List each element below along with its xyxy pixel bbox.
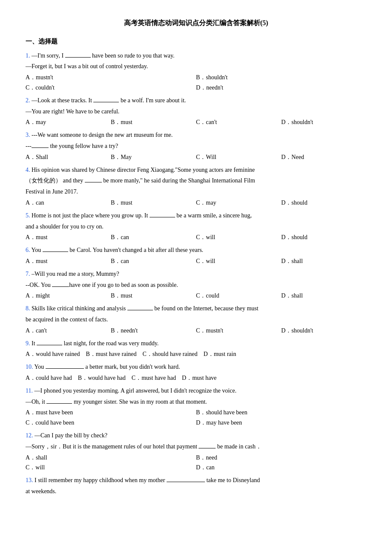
q8-optD: D．shouldn't [281, 326, 366, 336]
question-5: 5. Home is not just the place where you … [26, 211, 366, 243]
q7-optD: D．shall [281, 291, 366, 301]
q12-optB: B．need [196, 453, 366, 463]
q3-optD: D．Need [281, 152, 366, 162]
q3-optC: C．Will [196, 152, 281, 162]
q2-optD: D．shouldn't [281, 117, 366, 127]
q2-num: 2. [26, 97, 30, 104]
q1-num: 1. [26, 52, 30, 59]
q4-optD: D．should [281, 198, 366, 208]
question-3: 3. ---We want someone to design the new … [26, 130, 366, 162]
question-10: 10. You a better mark, but you didn't wo… [26, 362, 366, 383]
question-12: 12. —Can I pay the bill by check? —Sorry… [26, 431, 366, 473]
page-title: 高考英语情态动词知识点分类汇编含答案解析(5) [26, 17, 366, 29]
q4-num: 4. [26, 167, 30, 173]
q5-optA: A．must [26, 232, 111, 243]
q11-optB: B．should have been [196, 408, 366, 418]
q8-num: 8. [26, 305, 30, 312]
question-6: 6. You be Carol. You haven't changed a b… [26, 245, 366, 266]
q12-optC: C．will [26, 462, 196, 473]
q5-optC: C．will [196, 232, 281, 243]
q6-num: 6. [26, 247, 30, 253]
q7-optA: A．might [26, 291, 111, 301]
question-11: 11. —I phoned you yesterday morning. A g… [26, 386, 366, 428]
q8-optC: C．mustn't [196, 326, 281, 336]
q12-optA: A．shall [26, 453, 196, 463]
q1-optD: D．needn't [196, 83, 366, 93]
q4-optA: A．can [26, 198, 111, 208]
question-4: 4. His opinion was shared by Chinese dir… [26, 165, 366, 208]
q8-optA: A．can't [26, 326, 111, 336]
question-7: 7. –Will you read me a story, Mummy? --O… [26, 269, 366, 301]
q4-optC: C．may [196, 198, 281, 208]
question-9: 9. It last night, for the road was very … [26, 338, 366, 360]
q2-optB: B．must [111, 117, 196, 127]
q2-optA: A．may [26, 117, 111, 127]
q3-optB: B．May [111, 152, 196, 162]
q1-optA: A．mustn't [26, 72, 196, 83]
q1-optC: C．couldn't [26, 83, 196, 93]
q12-optD: D．can [196, 462, 366, 473]
q4-optB: B．must [111, 198, 196, 208]
q11-optC: C．could have been [26, 418, 196, 428]
q6-optB: B．can [111, 256, 196, 266]
question-2: 2. —Look at these tracks. It be a wolf. … [26, 95, 366, 127]
q1-optB: B．shouldn't [196, 72, 366, 83]
q6-optC: C．will [196, 256, 281, 266]
q13-num: 13. [26, 477, 33, 483]
q3-num: 3. [26, 132, 30, 138]
q8-optB: B．needn't [111, 326, 196, 336]
q12-num: 12. [26, 432, 33, 439]
q2-optC: C．can't [196, 117, 281, 127]
q10-num: 10. [26, 364, 33, 370]
q5-optB: B．can [111, 232, 196, 243]
q6-optD: D．shall [281, 256, 366, 266]
q11-optA: A．must have been [26, 408, 196, 418]
q5-optD: D．should [281, 232, 366, 243]
q7-optB: B．must [111, 291, 196, 301]
q6-optA: A．must [26, 256, 111, 266]
q9-num: 9. [26, 340, 30, 347]
q3-optA: A．Shall [26, 152, 111, 162]
section-heading: 一、选择题 [26, 36, 366, 47]
q11-num: 11. [26, 387, 33, 394]
question-13: 13. I still remember my happy childhood … [26, 475, 366, 497]
q7-optC: C．could [196, 291, 281, 301]
question-8: 8. Skills like critical thinking and ana… [26, 304, 366, 335]
q11-optD: D．may have been [196, 418, 366, 428]
question-1: 1. —I'm sorry, I have been so rude to yo… [26, 51, 366, 93]
q5-num: 5. [26, 212, 30, 219]
q7-num: 7. [26, 271, 30, 277]
